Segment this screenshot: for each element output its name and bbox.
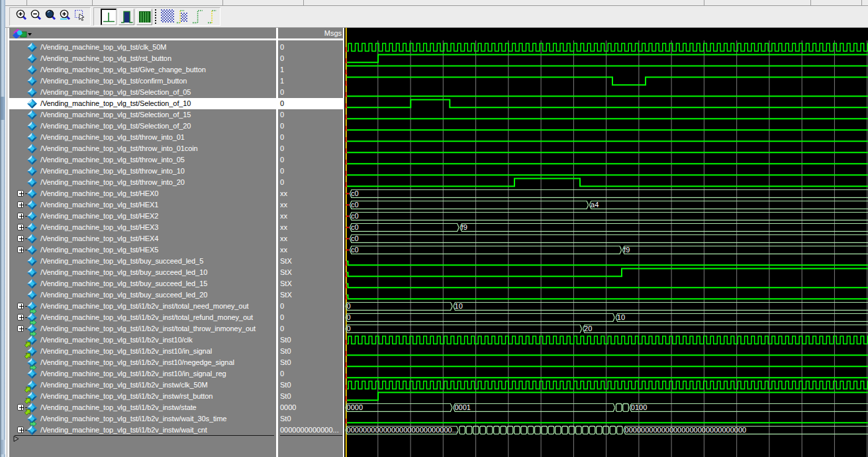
svg-text:10: 10 [617,313,625,321]
svg-text:c0: c0 [351,201,359,209]
svg-text:c0: c0 [351,246,359,254]
svg-text:20: 20 [584,325,592,332]
svg-text:0000: 0000 [347,403,363,411]
svg-text:c0: c0 [351,212,359,220]
svg-text:0: 0 [347,313,351,321]
svg-text:c0: c0 [351,234,359,242]
svg-text:0001: 0001 [454,403,470,411]
svg-text:10: 10 [455,302,463,310]
svg-text:c0: c0 [351,223,359,231]
svg-text:0: 0 [347,302,351,310]
svg-text:f9: f9 [624,246,630,254]
svg-text:000000000000000000000000000000: 000000000000000000000000000000 [625,426,747,434]
svg-text:a4: a4 [591,201,599,209]
svg-text:0100: 0100 [631,403,647,411]
svg-text:0: 0 [347,325,351,332]
svg-text:00000000000000000000000000...: 00000000000000000000000000... [347,426,458,434]
svg-text:f9: f9 [461,223,467,231]
svg-text:c0: c0 [351,189,359,197]
